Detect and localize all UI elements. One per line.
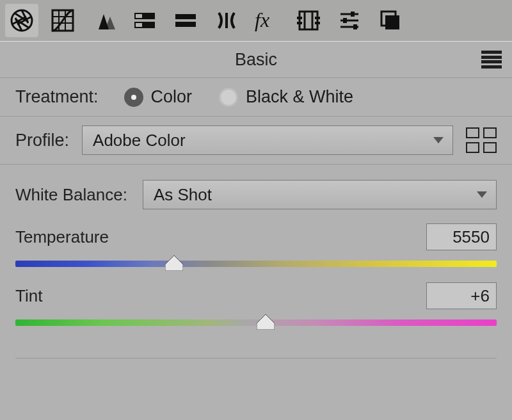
- calibration-icon[interactable]: [292, 4, 325, 37]
- tint-value: +6: [470, 286, 490, 306]
- svg-rect-25: [385, 15, 399, 29]
- svg-rect-18: [315, 22, 320, 24]
- svg-rect-15: [297, 17, 302, 19]
- svg-rect-10: [225, 13, 228, 28]
- white-balance-dropdown[interactable]: As Shot: [143, 180, 497, 209]
- svg-rect-24: [353, 24, 357, 29]
- white-balance-selected: As Shot: [154, 185, 212, 205]
- profile-dropdown[interactable]: Adobe Color: [82, 125, 453, 155]
- profile-label: Profile:: [15, 131, 69, 150]
- svg-text:fx: fx: [255, 8, 269, 31]
- svg-rect-23: [343, 18, 347, 23]
- tint-block: Tint +6: [15, 282, 497, 327]
- detail-icon[interactable]: [87, 4, 120, 37]
- tint-label: Tint: [15, 286, 42, 306]
- profile-selected: Adobe Color: [93, 131, 186, 150]
- panel-header: Basic: [0, 42, 512, 78]
- svg-rect-17: [315, 17, 320, 19]
- temperature-thumb[interactable]: [165, 255, 183, 271]
- svg-rect-8: [175, 14, 196, 19]
- tint-track: [15, 319, 497, 326]
- curve-icon[interactable]: [46, 4, 79, 37]
- svg-rect-6: [136, 14, 142, 18]
- tint-slider[interactable]: [15, 318, 497, 327]
- treatment-bw-label: Black & White: [246, 87, 353, 107]
- radio-color[interactable]: [124, 88, 143, 107]
- panel-title: Basic: [235, 50, 277, 70]
- profile-row: Profile: Adobe Color: [0, 117, 512, 165]
- treatment-option-color[interactable]: Color: [124, 87, 193, 107]
- fx-icon[interactable]: fx: [251, 4, 284, 37]
- svg-marker-28: [257, 314, 275, 330]
- svg-rect-16: [297, 22, 302, 24]
- profile-browser-icon[interactable]: [466, 127, 497, 153]
- svg-rect-22: [351, 12, 355, 17]
- svg-rect-12: [300, 12, 317, 29]
- white-balance-section: White Balance: As Shot Temperature 5550: [0, 165, 512, 340]
- temperature-block: Temperature 5550: [15, 223, 497, 268]
- treatment-label: Treatment:: [15, 87, 99, 107]
- tint-thumb[interactable]: [257, 314, 275, 330]
- chevron-down-icon: [433, 137, 444, 143]
- treatment-color-label: Color: [151, 87, 193, 107]
- tool-tab-bar: fx: [0, 0, 512, 41]
- temperature-label: Temperature: [15, 227, 109, 247]
- sliders-icon[interactable]: [333, 4, 366, 37]
- split-tone-icon[interactable]: [169, 4, 202, 37]
- svg-rect-9: [175, 22, 196, 27]
- tint-value-input[interactable]: +6: [426, 282, 497, 309]
- treatment-option-bw[interactable]: Black & White: [219, 87, 353, 107]
- white-balance-row: White Balance: As Shot: [15, 165, 497, 209]
- basic-panel: Basic Treatment: Color Black & White Pro…: [0, 41, 512, 359]
- panel-menu-icon[interactable]: [481, 51, 502, 69]
- white-balance-label: White Balance:: [15, 185, 127, 205]
- treatment-radio-group: Color Black & White: [124, 87, 373, 107]
- svg-rect-7: [136, 23, 142, 27]
- temperature-slider[interactable]: [15, 259, 497, 268]
- lens-icon[interactable]: [210, 4, 243, 37]
- divider: [15, 358, 497, 359]
- snapshots-icon[interactable]: [374, 4, 407, 37]
- temperature-value-input[interactable]: 5550: [426, 223, 497, 250]
- hsl-icon[interactable]: [128, 4, 161, 37]
- temperature-value: 5550: [452, 227, 490, 247]
- aperture-icon[interactable]: [5, 4, 38, 37]
- chevron-down-icon: [477, 191, 487, 198]
- treatment-row: Treatment: Color Black & White: [0, 78, 512, 117]
- temperature-track: [15, 261, 497, 267]
- radio-bw[interactable]: [219, 88, 238, 107]
- svg-marker-27: [165, 255, 183, 271]
